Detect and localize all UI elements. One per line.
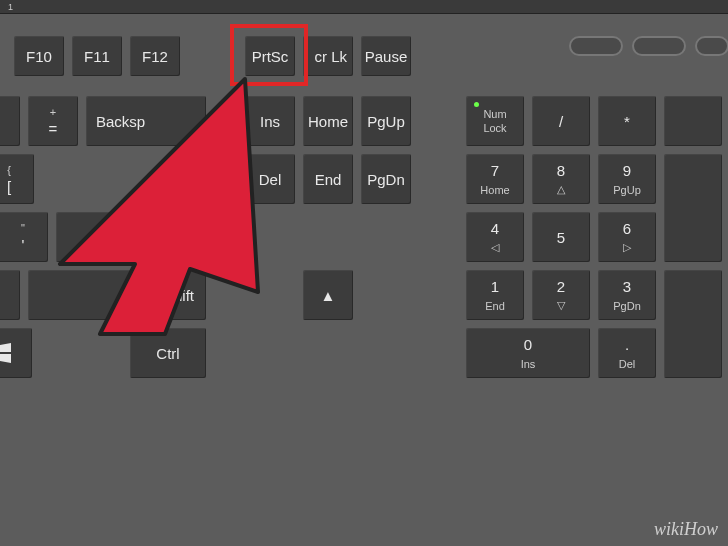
key-backspace[interactable]: Backsp (86, 96, 206, 146)
indicator-oval-1 (569, 36, 623, 56)
key-end[interactable]: End (303, 154, 353, 204)
key-label: Home (308, 113, 348, 130)
key-sublabel: Home (480, 184, 509, 196)
key-label: 7 (491, 162, 499, 179)
key-label: F10 (26, 48, 52, 65)
key-f10[interactable]: F10 (14, 36, 64, 76)
key-label: Ins (260, 113, 280, 130)
key-label: 8 (557, 162, 565, 179)
key-numpad-enter[interactable] (664, 270, 722, 378)
key-label: cr Lk (314, 48, 347, 65)
key-numpad-9[interactable]: 9 PgUp (598, 154, 656, 204)
indicator-oval-2 (632, 36, 686, 56)
key-pgup[interactable]: PgUp (361, 96, 411, 146)
key-del[interactable]: Del (245, 154, 295, 204)
key-label: PrtSc (252, 48, 289, 65)
key-label: 6 (623, 220, 631, 237)
key-label: r (192, 242, 196, 254)
key-ctrl-right[interactable]: Ctrl (130, 328, 206, 378)
key-sublabel: ◁ (491, 241, 499, 254)
key-scrlk[interactable]: cr Lk (303, 36, 353, 76)
key-numpad-2[interactable]: 2 ▽ (532, 270, 590, 320)
key-label: PgDn (367, 171, 405, 188)
key-label-top: Num (483, 108, 506, 120)
key-numpad-5[interactable]: 5 (532, 212, 590, 262)
key-label: 4 (491, 220, 499, 237)
key-label-top: { (7, 164, 11, 176)
key-label: F12 (142, 48, 168, 65)
key-label: . (625, 336, 629, 353)
key-label: 1 (491, 278, 499, 295)
key-sublabel: PgDn (613, 300, 641, 312)
key-label-bot: ' (22, 236, 25, 253)
key-label: / (559, 113, 563, 130)
key-label-bot: = (49, 120, 58, 137)
key-enter-partial[interactable]: r (56, 212, 206, 262)
key-numpad-divide[interactable]: / (532, 96, 590, 146)
key-label: 9 (623, 162, 631, 179)
key-label: End (315, 171, 342, 188)
key-f12[interactable]: F12 (130, 36, 180, 76)
key-bracket-left[interactable]: { [ (0, 154, 34, 204)
key-numpad-1[interactable]: 1 End (466, 270, 524, 320)
key-numlock[interactable]: Num Lock (466, 96, 524, 146)
key-label: Backsp (96, 113, 145, 130)
key-numpad-add[interactable] (664, 154, 722, 262)
key-label: 0 (524, 336, 532, 353)
key-label-top: " (21, 222, 25, 234)
key-equals[interactable]: + = (28, 96, 78, 146)
key-sublabel: PgUp (613, 184, 641, 196)
key-label: 2 (557, 278, 565, 295)
key-sublabel: △ (557, 183, 565, 196)
key-shift-right[interactable]: Shift (28, 270, 206, 320)
key-minus[interactable]: – (0, 96, 20, 146)
key-sublabel: End (485, 300, 505, 312)
key-pgdn[interactable]: PgDn (361, 154, 411, 204)
key-sublabel: ▷ (623, 241, 631, 254)
keyboard-surface: F10 F11 F12 PrtSc cr Lk Pause – + = Back… (0, 14, 728, 546)
key-numpad-decimal[interactable]: . Del (598, 328, 656, 378)
key-pause[interactable]: Pause (361, 36, 411, 76)
key-label-bot: Lock (483, 122, 506, 134)
arrow-up-icon: ▲ (321, 287, 336, 304)
app-toolbar: 1 (0, 0, 728, 14)
key-label: 3 (623, 278, 631, 295)
key-numpad-8[interactable]: 8 △ (532, 154, 590, 204)
key-numpad-3[interactable]: 3 PgDn (598, 270, 656, 320)
key-numpad-6[interactable]: 6 ▷ (598, 212, 656, 262)
key-windows[interactable] (0, 328, 32, 378)
key-sublabel: Ins (521, 358, 536, 370)
key-sublabel: ▽ (557, 299, 565, 312)
key-label-bot: [ (7, 178, 11, 195)
key-sublabel: Del (619, 358, 636, 370)
numlock-led-icon (474, 102, 479, 107)
key-label: Shift (164, 287, 194, 304)
key-ins[interactable]: Ins (245, 96, 295, 146)
key-numpad-subtract[interactable] (664, 96, 722, 146)
key-prtsc[interactable]: PrtSc (245, 36, 295, 76)
key-slash[interactable]: ? / (0, 270, 20, 320)
key-label: 5 (557, 229, 565, 246)
key-label: Ctrl (156, 345, 179, 362)
key-home[interactable]: Home (303, 96, 353, 146)
key-numpad-multiply[interactable]: * (598, 96, 656, 146)
key-arrow-up[interactable]: ▲ (303, 270, 353, 320)
key-label-top: + (50, 106, 56, 118)
key-label: * (624, 113, 630, 130)
key-label: F11 (84, 48, 110, 65)
key-label: Pause (365, 48, 408, 65)
key-numpad-0[interactable]: 0 Ins (466, 328, 590, 378)
watermark: wikiHow (654, 519, 718, 540)
key-quote[interactable]: " ' (0, 212, 48, 262)
windows-icon (0, 343, 11, 363)
key-numpad-7[interactable]: 7 Home (466, 154, 524, 204)
toolbar-text: 1 (8, 2, 13, 12)
indicator-oval-3 (695, 36, 728, 56)
key-numpad-4[interactable]: 4 ◁ (466, 212, 524, 262)
key-label: PgUp (367, 113, 405, 130)
key-f11[interactable]: F11 (72, 36, 122, 76)
key-label: Del (259, 171, 282, 188)
